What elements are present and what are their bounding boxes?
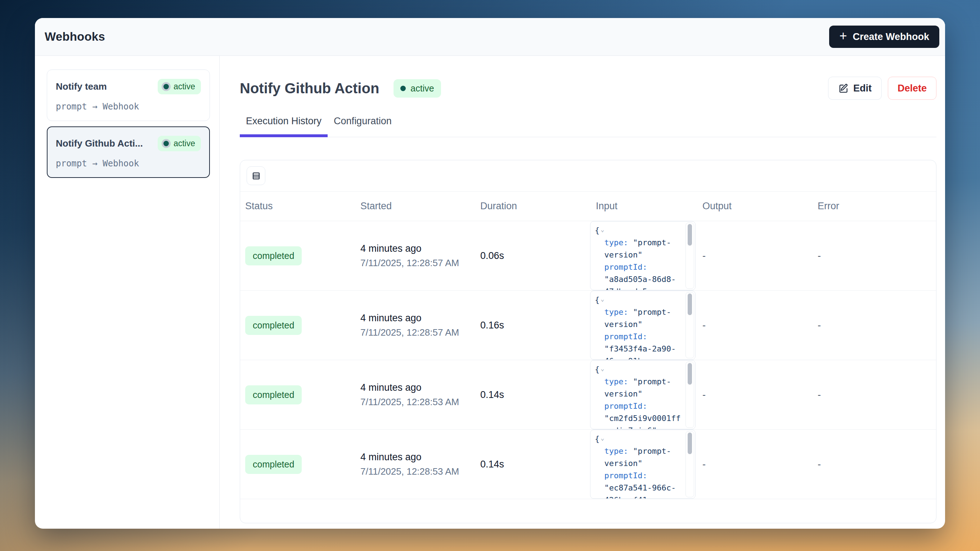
status-cell: completed <box>245 246 360 266</box>
webhook-item-row: Notify Github Acti... active <box>56 136 201 151</box>
sidebar-item-notify-team[interactable]: Notify team active prompt → Webhook <box>47 70 210 121</box>
webhook-detail-panel: Notify Github Action active Edit <box>220 56 945 529</box>
column-header-duration: Duration <box>480 201 590 212</box>
execution-row[interactable]: completed 4 minutes ago 7/11/2025, 12:28… <box>240 360 936 430</box>
input-json-viewer[interactable]: {⌄ type: "prompt- version" promptId: "cm… <box>590 360 695 429</box>
column-header-started: Started <box>360 201 480 212</box>
chevron-down-icon[interactable]: ⌄ <box>601 295 604 303</box>
json-token-val: 426b-af41 <box>595 495 648 498</box>
edit-button-label: Edit <box>853 83 872 94</box>
duration-value: 0.14s <box>480 389 590 400</box>
input-cell: {⌄ type: "prompt- version" promptId: "a8… <box>590 221 702 290</box>
status-cell: completed <box>245 385 360 404</box>
started-date: 7/11/2025, 12:28:53 AM <box>360 466 480 477</box>
duration-value: 0.16s <box>480 320 590 331</box>
json-scrollbar[interactable] <box>686 223 694 289</box>
table-view-button[interactable] <box>247 166 265 185</box>
column-header-status: Status <box>245 201 360 212</box>
status-badge-label: active <box>173 82 195 91</box>
table-rows-icon <box>251 171 261 181</box>
active-dot-icon <box>164 84 169 89</box>
column-header-output: Output <box>702 201 818 212</box>
json-token-val: "f3453f4a-2a90- <box>595 344 676 353</box>
status-cell: completed <box>245 455 360 474</box>
plus-icon: + <box>839 30 847 43</box>
status-badge-label: active <box>173 139 195 148</box>
scrollbar-thumb[interactable] <box>688 224 692 245</box>
input-json-viewer[interactable]: {⌄ type: "prompt- version" promptId: "f3… <box>590 291 695 360</box>
input-cell: {⌄ type: "prompt- version" promptId: "f3… <box>590 291 702 360</box>
delete-button[interactable]: Delete <box>888 77 936 100</box>
input-cell: {⌄ type: "prompt- version" promptId: "cm… <box>590 360 702 429</box>
input-json-viewer[interactable]: {⌄ type: "prompt- version" promptId: "a8… <box>590 221 695 290</box>
scrollbar-thumb[interactable] <box>688 363 692 385</box>
edit-button[interactable]: Edit <box>828 77 882 100</box>
detail-header: Notify Github Action active Edit <box>240 77 936 100</box>
table-toolbar <box>240 160 936 191</box>
table-header-row: Status Started Duration Input Output Err… <box>240 191 936 221</box>
chevron-down-icon[interactable]: ⌄ <box>601 365 604 372</box>
page-title: Webhooks <box>45 30 105 44</box>
duration-value: 0.06s <box>480 250 590 261</box>
json-token-val: cmdiv7oio6" <box>595 426 657 429</box>
create-webhook-button[interactable]: + Create Webhook <box>829 25 939 48</box>
json-token-val: "a8ad505a-86d8- <box>595 275 676 284</box>
json-scrollbar[interactable] <box>686 361 694 428</box>
json-token-key: promptId: <box>595 263 648 272</box>
json-scrollbar[interactable] <box>686 431 694 497</box>
column-header-error: Error <box>818 201 936 212</box>
sidebar-item-notify-github-acti[interactable]: Notify Github Acti... active prompt → We… <box>47 126 210 178</box>
json-token-val: "prompt- <box>633 377 671 386</box>
output-value: - <box>702 459 818 470</box>
scrollbar-thumb[interactable] <box>688 433 692 454</box>
status-badge: active <box>158 79 201 94</box>
execution-status-badge: completed <box>245 455 302 474</box>
started-relative: 4 minutes ago <box>360 382 480 393</box>
tab-execution-history[interactable]: Execution History <box>240 116 328 137</box>
scrollbar-thumb[interactable] <box>688 293 692 315</box>
started-relative: 4 minutes ago <box>360 312 480 324</box>
json-token-brace: { <box>595 295 600 304</box>
chevron-down-icon[interactable]: ⌄ <box>601 226 604 233</box>
json-token-val: version" <box>595 250 642 259</box>
desktop-background: Webhooks + Create Webhook Notify team ac… <box>0 0 980 551</box>
json-scrollbar[interactable] <box>686 292 694 358</box>
json-content: {⌄ type: "prompt- version" promptId: "f3… <box>590 291 685 360</box>
execution-row[interactable]: completed 4 minutes ago 7/11/2025, 12:28… <box>240 221 936 291</box>
status-cell: completed <box>245 316 360 335</box>
column-header-input: Input <box>590 201 702 212</box>
json-token-val: version" <box>595 459 642 468</box>
execution-status-badge: completed <box>245 385 302 404</box>
error-value: - <box>818 459 936 470</box>
started-relative: 4 minutes ago <box>360 243 480 254</box>
app-body: Notify team active prompt → Webhook Noti… <box>35 56 945 529</box>
input-cell: {⌄ type: "prompt- version" promptId: "ec… <box>590 430 702 499</box>
tab-configuration[interactable]: Configuration <box>328 116 398 137</box>
started-date: 7/11/2025, 12:28:57 AM <box>360 258 480 269</box>
json-token-val: "prompt- <box>633 307 671 317</box>
input-json-viewer[interactable]: {⌄ type: "prompt- version" promptId: "ec… <box>590 430 695 499</box>
webhook-name: Notify Github Acti... <box>56 138 143 149</box>
json-token-val: 47db-ada5 <box>595 287 648 290</box>
table-body: completed 4 minutes ago 7/11/2025, 12:28… <box>240 221 936 499</box>
webhook-item-row: Notify team active <box>56 79 201 94</box>
webhook-title: Notify Github Action <box>240 80 379 97</box>
json-token-val: "ec87a541-966c- <box>595 483 676 492</box>
chevron-down-icon[interactable]: ⌄ <box>601 434 604 441</box>
json-token-val: version" <box>595 320 642 329</box>
started-cell: 4 minutes ago 7/11/2025, 12:28:57 AM <box>360 312 480 338</box>
status-badge-label: active <box>410 83 434 94</box>
json-token-key: type: <box>595 447 633 455</box>
execution-status-badge: completed <box>245 246 302 266</box>
status-badge: active <box>158 136 201 151</box>
execution-history-table: Status Started Duration Input Output Err… <box>240 160 936 523</box>
json-content: {⌄ type: "prompt- version" promptId: "cm… <box>590 360 685 429</box>
json-token-key: type: <box>595 307 633 317</box>
webhook-name: Notify team <box>56 81 107 92</box>
active-dot-icon <box>164 141 169 146</box>
started-date: 7/11/2025, 12:28:53 AM <box>360 397 480 408</box>
execution-row[interactable]: completed 4 minutes ago 7/11/2025, 12:28… <box>240 291 936 360</box>
json-token-val: 46ee-91be <box>595 357 648 360</box>
execution-row[interactable]: completed 4 minutes ago 7/11/2025, 12:28… <box>240 430 936 499</box>
json-token-key: type: <box>595 377 633 386</box>
